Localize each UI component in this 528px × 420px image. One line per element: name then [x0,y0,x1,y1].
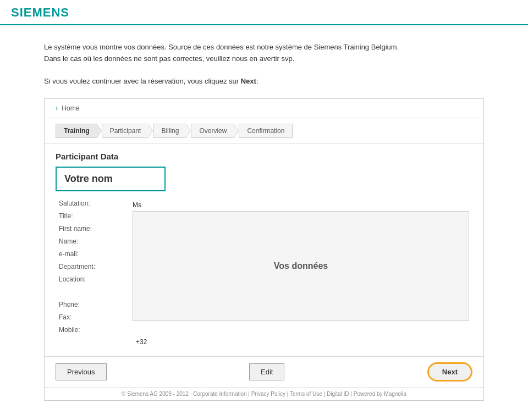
field-label-phone: Phone: [56,298,122,311]
intro-line3: Si vous voulez continuer avec la réserva… [44,76,484,87]
step-arrow-inner-3 [186,125,190,137]
vos-donnees-cell: Ms Vos données [122,197,472,336]
step-training[interactable]: Training [56,124,97,138]
bottom-nav: Previous Edit Next [45,356,483,387]
field-spacer [56,285,122,298]
field-label-salutation: Salutation: [56,197,122,209]
vos-donnees-box: Vos données [133,211,469,321]
steps-nav: Training Participant Billing Overview Co [45,118,483,144]
footer: © Siemens AG 2009 - 2012 · Corporate Inf… [45,387,483,400]
step-arrow-inner-1 [97,125,101,137]
step-arrow-inner-4 [234,125,238,137]
intro-text: Le système vous montre vos données. Sour… [44,42,484,87]
siemens-logo: SIEMENS [11,5,69,19]
field-label-fax: Fax: [56,311,122,323]
screenshot-area: › Home Training Participant Billing Over… [44,98,484,401]
breadcrumb: › Home [45,99,483,118]
mobile-value: +32 [122,336,472,350]
field-label-mobile: Mobile: [56,323,122,336]
previous-button[interactable]: Previous [56,363,107,380]
step-participant[interactable]: Participant [102,124,149,138]
field-label-firstname: First name: [56,222,122,235]
breadcrumb-home[interactable]: Home [62,104,79,112]
field-label-email: e-mail: [56,247,122,260]
step-arrow-inner-2 [148,125,152,137]
form-table: Salutation: Ms Vos données Title: [56,197,472,336]
next-button[interactable]: Next [427,362,472,382]
breadcrumb-chevron: › [56,104,58,112]
header: SIEMENS [0,0,528,25]
form-area: Salutation: Ms Vos données Title: [45,197,483,356]
salutation-value: Ms [133,199,469,211]
field-label-location: Location: [56,273,122,285]
edit-button[interactable]: Edit [249,363,284,380]
main-content: Le système vous montre vos données. Sour… [0,25,528,412]
field-label-title: Title: [56,209,122,222]
intro-line2: Dans le cas où les données ne sont pas c… [44,53,484,65]
step-overview[interactable]: Overview [191,124,234,138]
field-label-name: Name: [56,235,122,247]
field-label-department: Department: [56,260,122,273]
votre-nom-box: Votre nom [56,167,166,191]
table-row: Salutation: Ms Vos données [56,197,472,209]
section-title: Participant Data [45,144,483,167]
step-confirmation[interactable]: Confirmation [239,124,293,138]
step-billing[interactable]: Billing [153,124,186,138]
intro-line1: Le système vous montre vos données. Sour… [44,42,484,53]
